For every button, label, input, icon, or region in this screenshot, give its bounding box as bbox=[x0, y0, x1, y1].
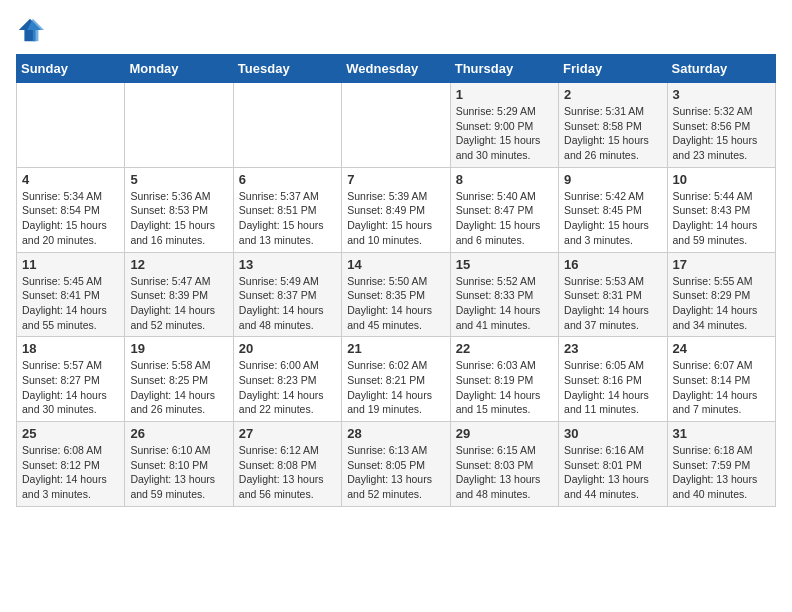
day-info: Sunrise: 5:32 AMSunset: 8:56 PMDaylight:… bbox=[673, 104, 770, 163]
header-cell-wednesday: Wednesday bbox=[342, 55, 450, 83]
day-cell: 11Sunrise: 5:45 AMSunset: 8:41 PMDayligh… bbox=[17, 252, 125, 337]
day-number: 18 bbox=[22, 341, 119, 356]
day-number: 9 bbox=[564, 172, 661, 187]
day-number: 31 bbox=[673, 426, 770, 441]
day-number: 30 bbox=[564, 426, 661, 441]
day-info: Sunrise: 5:49 AMSunset: 8:37 PMDaylight:… bbox=[239, 274, 336, 333]
calendar-table: SundayMondayTuesdayWednesdayThursdayFrid… bbox=[16, 54, 776, 507]
day-info: Sunrise: 5:31 AMSunset: 8:58 PMDaylight:… bbox=[564, 104, 661, 163]
day-cell: 25Sunrise: 6:08 AMSunset: 8:12 PMDayligh… bbox=[17, 422, 125, 507]
day-info: Sunrise: 6:15 AMSunset: 8:03 PMDaylight:… bbox=[456, 443, 553, 502]
day-number: 17 bbox=[673, 257, 770, 272]
day-cell: 30Sunrise: 6:16 AMSunset: 8:01 PMDayligh… bbox=[559, 422, 667, 507]
day-cell: 17Sunrise: 5:55 AMSunset: 8:29 PMDayligh… bbox=[667, 252, 775, 337]
day-number: 27 bbox=[239, 426, 336, 441]
day-number: 25 bbox=[22, 426, 119, 441]
day-cell: 3Sunrise: 5:32 AMSunset: 8:56 PMDaylight… bbox=[667, 83, 775, 168]
day-cell: 18Sunrise: 5:57 AMSunset: 8:27 PMDayligh… bbox=[17, 337, 125, 422]
day-cell bbox=[342, 83, 450, 168]
day-info: Sunrise: 5:40 AMSunset: 8:47 PMDaylight:… bbox=[456, 189, 553, 248]
logo bbox=[16, 16, 48, 44]
header-cell-tuesday: Tuesday bbox=[233, 55, 341, 83]
day-cell: 16Sunrise: 5:53 AMSunset: 8:31 PMDayligh… bbox=[559, 252, 667, 337]
day-info: Sunrise: 6:05 AMSunset: 8:16 PMDaylight:… bbox=[564, 358, 661, 417]
day-cell: 2Sunrise: 5:31 AMSunset: 8:58 PMDaylight… bbox=[559, 83, 667, 168]
header-cell-thursday: Thursday bbox=[450, 55, 558, 83]
day-number: 7 bbox=[347, 172, 444, 187]
day-number: 12 bbox=[130, 257, 227, 272]
header-cell-friday: Friday bbox=[559, 55, 667, 83]
day-cell: 15Sunrise: 5:52 AMSunset: 8:33 PMDayligh… bbox=[450, 252, 558, 337]
day-number: 19 bbox=[130, 341, 227, 356]
day-number: 28 bbox=[347, 426, 444, 441]
day-number: 6 bbox=[239, 172, 336, 187]
day-info: Sunrise: 5:55 AMSunset: 8:29 PMDaylight:… bbox=[673, 274, 770, 333]
day-cell: 13Sunrise: 5:49 AMSunset: 8:37 PMDayligh… bbox=[233, 252, 341, 337]
day-number: 13 bbox=[239, 257, 336, 272]
day-cell: 28Sunrise: 6:13 AMSunset: 8:05 PMDayligh… bbox=[342, 422, 450, 507]
day-cell: 27Sunrise: 6:12 AMSunset: 8:08 PMDayligh… bbox=[233, 422, 341, 507]
day-cell: 29Sunrise: 6:15 AMSunset: 8:03 PMDayligh… bbox=[450, 422, 558, 507]
day-number: 26 bbox=[130, 426, 227, 441]
day-cell: 14Sunrise: 5:50 AMSunset: 8:35 PMDayligh… bbox=[342, 252, 450, 337]
day-info: Sunrise: 6:08 AMSunset: 8:12 PMDaylight:… bbox=[22, 443, 119, 502]
week-row-4: 18Sunrise: 5:57 AMSunset: 8:27 PMDayligh… bbox=[17, 337, 776, 422]
day-number: 4 bbox=[22, 172, 119, 187]
day-number: 24 bbox=[673, 341, 770, 356]
day-info: Sunrise: 6:13 AMSunset: 8:05 PMDaylight:… bbox=[347, 443, 444, 502]
week-row-1: 1Sunrise: 5:29 AMSunset: 9:00 PMDaylight… bbox=[17, 83, 776, 168]
day-number: 5 bbox=[130, 172, 227, 187]
day-number: 15 bbox=[456, 257, 553, 272]
day-cell: 6Sunrise: 5:37 AMSunset: 8:51 PMDaylight… bbox=[233, 167, 341, 252]
day-cell bbox=[17, 83, 125, 168]
day-cell: 4Sunrise: 5:34 AMSunset: 8:54 PMDaylight… bbox=[17, 167, 125, 252]
header-row: SundayMondayTuesdayWednesdayThursdayFrid… bbox=[17, 55, 776, 83]
day-cell bbox=[125, 83, 233, 168]
day-number: 10 bbox=[673, 172, 770, 187]
header bbox=[16, 16, 776, 44]
day-number: 20 bbox=[239, 341, 336, 356]
day-info: Sunrise: 5:29 AMSunset: 9:00 PMDaylight:… bbox=[456, 104, 553, 163]
day-info: Sunrise: 5:39 AMSunset: 8:49 PMDaylight:… bbox=[347, 189, 444, 248]
day-cell: 31Sunrise: 6:18 AMSunset: 7:59 PMDayligh… bbox=[667, 422, 775, 507]
day-cell: 21Sunrise: 6:02 AMSunset: 8:21 PMDayligh… bbox=[342, 337, 450, 422]
day-number: 11 bbox=[22, 257, 119, 272]
day-cell: 5Sunrise: 5:36 AMSunset: 8:53 PMDaylight… bbox=[125, 167, 233, 252]
day-number: 8 bbox=[456, 172, 553, 187]
day-info: Sunrise: 6:02 AMSunset: 8:21 PMDaylight:… bbox=[347, 358, 444, 417]
day-info: Sunrise: 6:16 AMSunset: 8:01 PMDaylight:… bbox=[564, 443, 661, 502]
day-info: Sunrise: 5:42 AMSunset: 8:45 PMDaylight:… bbox=[564, 189, 661, 248]
week-row-3: 11Sunrise: 5:45 AMSunset: 8:41 PMDayligh… bbox=[17, 252, 776, 337]
header-cell-sunday: Sunday bbox=[17, 55, 125, 83]
day-cell: 24Sunrise: 6:07 AMSunset: 8:14 PMDayligh… bbox=[667, 337, 775, 422]
day-info: Sunrise: 6:00 AMSunset: 8:23 PMDaylight:… bbox=[239, 358, 336, 417]
day-info: Sunrise: 5:52 AMSunset: 8:33 PMDaylight:… bbox=[456, 274, 553, 333]
day-number: 1 bbox=[456, 87, 553, 102]
day-cell: 20Sunrise: 6:00 AMSunset: 8:23 PMDayligh… bbox=[233, 337, 341, 422]
day-info: Sunrise: 5:37 AMSunset: 8:51 PMDaylight:… bbox=[239, 189, 336, 248]
day-cell: 8Sunrise: 5:40 AMSunset: 8:47 PMDaylight… bbox=[450, 167, 558, 252]
day-number: 21 bbox=[347, 341, 444, 356]
day-number: 22 bbox=[456, 341, 553, 356]
day-info: Sunrise: 5:47 AMSunset: 8:39 PMDaylight:… bbox=[130, 274, 227, 333]
day-number: 2 bbox=[564, 87, 661, 102]
logo-icon bbox=[16, 16, 44, 44]
day-number: 14 bbox=[347, 257, 444, 272]
day-info: Sunrise: 5:44 AMSunset: 8:43 PMDaylight:… bbox=[673, 189, 770, 248]
day-cell: 1Sunrise: 5:29 AMSunset: 9:00 PMDaylight… bbox=[450, 83, 558, 168]
day-cell: 12Sunrise: 5:47 AMSunset: 8:39 PMDayligh… bbox=[125, 252, 233, 337]
day-info: Sunrise: 5:53 AMSunset: 8:31 PMDaylight:… bbox=[564, 274, 661, 333]
day-info: Sunrise: 5:36 AMSunset: 8:53 PMDaylight:… bbox=[130, 189, 227, 248]
day-cell: 26Sunrise: 6:10 AMSunset: 8:10 PMDayligh… bbox=[125, 422, 233, 507]
day-info: Sunrise: 5:57 AMSunset: 8:27 PMDaylight:… bbox=[22, 358, 119, 417]
day-cell: 23Sunrise: 6:05 AMSunset: 8:16 PMDayligh… bbox=[559, 337, 667, 422]
day-cell: 19Sunrise: 5:58 AMSunset: 8:25 PMDayligh… bbox=[125, 337, 233, 422]
day-info: Sunrise: 5:45 AMSunset: 8:41 PMDaylight:… bbox=[22, 274, 119, 333]
day-cell: 9Sunrise: 5:42 AMSunset: 8:45 PMDaylight… bbox=[559, 167, 667, 252]
week-row-5: 25Sunrise: 6:08 AMSunset: 8:12 PMDayligh… bbox=[17, 422, 776, 507]
day-cell: 22Sunrise: 6:03 AMSunset: 8:19 PMDayligh… bbox=[450, 337, 558, 422]
day-info: Sunrise: 6:07 AMSunset: 8:14 PMDaylight:… bbox=[673, 358, 770, 417]
header-cell-monday: Monday bbox=[125, 55, 233, 83]
day-cell: 10Sunrise: 5:44 AMSunset: 8:43 PMDayligh… bbox=[667, 167, 775, 252]
day-number: 3 bbox=[673, 87, 770, 102]
